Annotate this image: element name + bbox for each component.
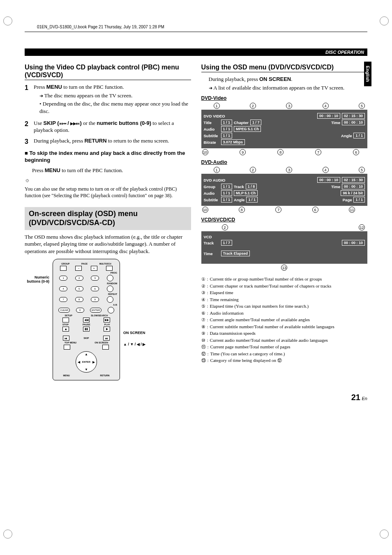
page-number: 21 En [25,393,367,402]
step-1: 1 Press MENU to turn on the PBC function… [25,83,191,116]
print-header: 01EN_DVD-S1800_U.book Page 21 Thursday, … [37,25,367,29]
dvd-video-heading: DVD-Video [201,95,368,101]
section-bar: DISC OPERATION [25,48,367,56]
callout-legend: ①: Current title or group number/Total n… [201,276,368,364]
step-3: 3 During playback, press RETURN to retur… [25,137,191,146]
vcd-heading: VCD/SVCD/CD [201,217,368,223]
tip-icon: ☼ [25,177,191,184]
osd-dvd-video: 12345 DVD VIDEO00 : 00 : 1002 : 15 : 30 … [201,103,368,155]
language-tab: English [364,62,371,86]
dvd-audio-heading: DVD-Audio [201,159,368,165]
heading-osd-menu: Using the OSD menu (DVD/VCD/SVCD/CD) [201,63,368,72]
remote-control: GROUPPAGEMULTI/2CH −+ PROG 123 RANDOM 45… [53,259,120,380]
right-column: Using the OSD menu (DVD/VCD/SVCD/CD) Dur… [201,63,368,380]
skip-prev-icon: ⏮◀◀ [59,121,66,126]
sub-heading-skip: To skip the index menu and play back a d… [25,150,191,164]
skip-next-icon: ▶▶⏭ [70,121,80,126]
osd-vcd: 212 VCD Track1 / 700 : 00 : 10 TimeTrack… [201,224,368,271]
dpad: ▲ ▼ ◀ ▶ ENTER [76,351,97,373]
page: 01EN_DVD-S1800_U.book Page 21 Thursday, … [0,0,392,419]
remote-diagram: Numeric buttons (0-9) GROUPPAGEMULTI/2CH… [25,259,191,380]
heading-pbc: Using the Video CD playback control (PBC… [25,63,191,80]
tip-text: You can also use the setup menu to turn … [25,186,191,199]
rule [25,32,367,32]
osd-section-header: On-screen display (OSD) menu (DVD/VCD/SV… [25,207,191,230]
left-column: Using the Video CD playback control (PBC… [25,63,191,380]
step-2: 2 Use SKIP (⏮◀◀ / ▶▶⏭) or the numeric bu… [25,120,191,134]
osd-dvd-audio: 12345 DVD AUDIO00 : 00 : 1002 : 15 : 30 … [201,167,368,213]
